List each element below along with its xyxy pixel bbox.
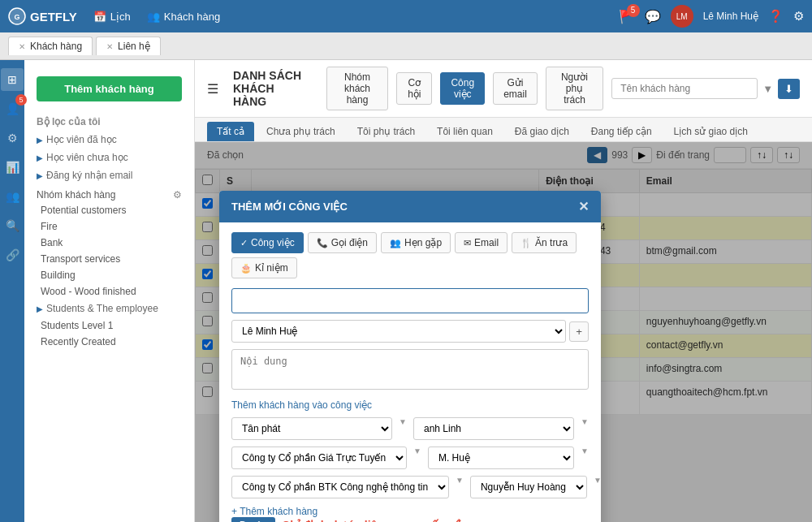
tab-khachhang-label: Khách hàng — [30, 41, 82, 52]
assignee-row: Lê Minh Huệ + — [231, 320, 589, 343]
group-item-students[interactable]: ▶ Students & The employee — [24, 300, 194, 317]
subtab-tatca[interactable]: Tất cả — [207, 122, 254, 141]
search-export-button[interactable]: ⬇ — [778, 79, 800, 99]
btn-guiemail[interactable]: Gửi email — [493, 72, 538, 105]
customer-select-3b[interactable]: Nguyễn Huy Hoàng — [470, 476, 587, 498]
top-nav: G GETFLY 📅 Lịch 👥 Khách hàng 🚩 5 💬 LM Lê… — [0, 0, 812, 32]
hamburger-icon[interactable]: ☰ — [207, 81, 218, 97]
project-label[interactable]: Dự án — [231, 517, 275, 522]
project-note: Chỉ định dự án liên quan - nếu cần — [282, 519, 469, 522]
modal-tab-goidien[interactable]: 📞 Gọi điện — [308, 232, 377, 253]
arrow-icon-sel2: ▼ — [581, 417, 589, 440]
assignee-select-wrap: Lê Minh Huệ + — [231, 320, 589, 343]
filter-hocvien-chuahoc[interactable]: ▶ Học viên chưa học — [24, 149, 194, 166]
group-item-building[interactable]: Building — [24, 267, 194, 283]
search-dropdown-icon[interactable]: ▼ — [762, 83, 773, 95]
filter-hocvien-dahoc[interactable]: ▶ Học viên đã học — [24, 131, 194, 149]
subtab-dangtiepcean[interactable]: Đang tiếp cận — [581, 122, 662, 141]
group-item-wood[interactable]: Wood - Wood finished — [24, 283, 194, 300]
btn-nhomkhachhang[interactable]: Nhóm khách hàng — [326, 67, 388, 110]
customer-select-2b[interactable]: M. Huệ — [428, 447, 574, 469]
assignee-add-button[interactable]: + — [569, 321, 589, 342]
btn-cohoi[interactable]: Cơ hội — [396, 72, 432, 105]
group-title: Nhóm khách hàng ⚙ — [24, 184, 194, 202]
page-title: DANH SÁCH KHÁCH HÀNG — [233, 69, 310, 108]
sidebar-icon-settings[interactable]: ⚙ — [1, 127, 24, 149]
checkmark-icon: ✓ — [240, 238, 248, 248]
search-input[interactable] — [611, 78, 758, 99]
add-customer-link[interactable]: Thêm khách hàng vào công việc — [231, 399, 372, 411]
filter-dangky-email[interactable]: ▶ Đăng ký nhận email — [24, 166, 194, 184]
modal-close-button[interactable]: ✕ — [578, 199, 589, 214]
lunch-icon: 🍴 — [520, 238, 532, 248]
customer-row-1: Tân phát ▼ anh Linh ▼ — [231, 417, 589, 440]
users-icon: 👥 — [147, 11, 160, 23]
close-icon[interactable]: ✕ — [19, 42, 25, 51]
group-item-students-level[interactable]: Students Level 1 — [24, 317, 194, 334]
group-gear-icon[interactable]: ⚙ — [173, 189, 182, 201]
help-icon[interactable]: ❓ — [768, 9, 784, 24]
nav-khachhang[interactable]: 👥 Khách hàng — [147, 11, 220, 23]
table-area: Đã chọn ◀ 993 ▶ Đi đến trang 1 ↑↓ ↑↓ S — [195, 142, 812, 522]
add-customer-button[interactable]: Thêm khách hàng — [37, 76, 182, 101]
anniversary-icon: 🎂 — [240, 263, 252, 274]
sidebar-icon-search[interactable]: 🔍 — [1, 214, 24, 237]
avatar[interactable]: LM — [671, 5, 693, 28]
sub-tabs: Tất cả Chưa phụ trách Tôi phụ trách Tôi … — [195, 118, 812, 142]
group-item-fire[interactable]: Fire — [24, 218, 194, 235]
flag-badge[interactable]: 🚩 5 — [619, 9, 635, 24]
arrow-icon-2: ▶ — [37, 153, 43, 162]
add-task-modal: THÊM MỚI CÔNG VIỆC ✕ ✓ Công việc 📞 — [219, 191, 601, 522]
group-item-transport[interactable]: Transport services — [24, 251, 194, 267]
sidebar-icons: ⊞ 👤 5 ⚙ 📊 👥 🔍 🔗 — [0, 60, 24, 522]
customer-row-2: Công ty Cổ phần Giá Trực Tuyến ▼ M. Huệ … — [231, 447, 589, 469]
customer-select-1b[interactable]: anh Linh — [413, 417, 574, 440]
modal-tab-antrua[interactable]: 🍴 Ăn trưa — [512, 232, 577, 253]
customer-select-2a[interactable]: Công ty Cổ phần Giá Trực Tuyến — [231, 447, 407, 469]
subtab-toiphuttrach[interactable]: Tôi phụ trách — [348, 122, 425, 141]
customer-select-3a[interactable]: Công ty Cổ phần BTK Công nghệ thông tin — [231, 476, 449, 498]
top-nav-right: 🚩 5 💬 LM Lê Minh Huệ ❓ ⚙ — [619, 5, 804, 28]
assignee-select[interactable]: Lê Minh Huệ — [231, 320, 566, 343]
filter-title: Bộ lọc của tôi — [24, 110, 194, 131]
modal-tab-email[interactable]: ✉ Email — [455, 232, 508, 253]
modal-header: THÊM MỚI CÔNG VIỆC ✕ — [219, 191, 601, 222]
subtab-chuaphuttrach[interactable]: Chưa phụ trách — [257, 122, 345, 141]
add-more-customer-link[interactable]: + Thêm khách hàng — [231, 506, 317, 517]
close-icon-2[interactable]: ✕ — [106, 42, 113, 51]
modal-tab-hengap[interactable]: 👥 Hẹn gặp — [381, 232, 451, 253]
modal-tab-kiniem[interactable]: 🎂 Kỉ niệm — [231, 257, 297, 278]
nav-lich[interactable]: 📅 Lịch — [93, 11, 131, 23]
group-item-recently[interactable]: Recently Created — [24, 334, 194, 350]
sidebar: Thêm khách hàng Bộ lọc của tôi ▶ Học viê… — [24, 60, 195, 522]
subtab-dagiaodich[interactable]: Đã giao dịch — [505, 122, 579, 141]
settings-icon[interactable]: ⚙ — [793, 9, 804, 24]
subtab-lichsugiaodich[interactable]: Lịch sử giao dịch — [664, 122, 758, 141]
modal-tab-congviec[interactable]: ✓ Công việc — [231, 232, 304, 253]
group-item-bank[interactable]: Bank — [24, 235, 194, 251]
sidebar-icon-chart[interactable]: 📊 — [1, 156, 24, 179]
arrow-icon-sel4: ▼ — [581, 447, 589, 469]
task-content-textarea[interactable] — [231, 349, 589, 390]
project-section: Dự án Chỉ định dự án liên quan - nếu cần — [231, 517, 589, 522]
email-icon: ✉ — [464, 238, 471, 248]
calendar-icon: 📅 — [93, 11, 106, 23]
btn-congviec[interactable]: Công việc — [440, 72, 485, 105]
tab-khachhang[interactable]: ✕ Khách hàng — [8, 37, 93, 55]
sidebar-icon-network[interactable]: 🔗 — [1, 244, 24, 266]
sidebar-icon-users[interactable]: 👤 5 — [1, 97, 24, 120]
sidebar-icon-users2[interactable]: 👥 — [1, 185, 24, 208]
logo[interactable]: G GETFLY — [8, 7, 77, 25]
group-item-potential[interactable]: Potential customers — [24, 202, 194, 218]
tab-lienhe[interactable]: ✕ Liên hệ — [96, 37, 161, 55]
task-title-input[interactable]: Đi gặp khách hàng khu vực Thanh Xuân - H… — [231, 288, 589, 313]
sidebar-icon-home[interactable]: ⊞ — [1, 68, 24, 91]
arrow-icon-sel5: ▼ — [456, 476, 464, 498]
btn-nguoiphutrrach[interactable]: Người phụ trách — [546, 67, 603, 110]
subtab-toilienquan[interactable]: Tôi liên quan — [427, 122, 503, 141]
customer-select-1a[interactable]: Tân phát — [231, 417, 392, 440]
content: ☰ DANH SÁCH KHÁCH HÀNG Nhóm khách hàng C… — [195, 60, 812, 522]
tab-lienhe-label: Liên hệ — [118, 41, 150, 52]
tab-bar: ✕ Khách hàng ✕ Liên hệ — [0, 32, 812, 60]
chat-badge[interactable]: 💬 — [645, 9, 661, 24]
